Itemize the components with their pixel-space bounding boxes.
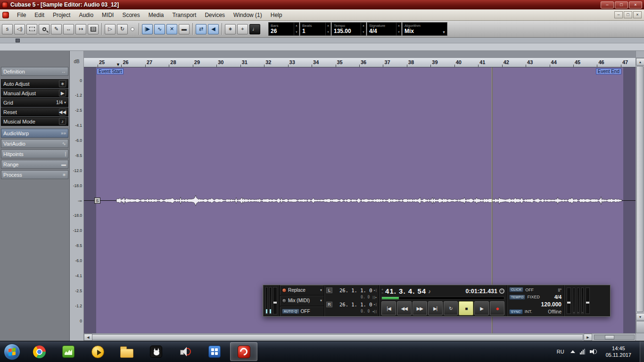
signature-field[interactable]: Signature4/4▲▼: [367, 22, 402, 36]
postroll-row[interactable]: 0. 0 ◂||: [326, 308, 377, 314]
cubase-menu-icon[interactable]: [2, 12, 9, 18]
scroll-left-button[interactable]: ◀: [84, 334, 92, 341]
sidebar-item-grid[interactable]: Grid1/4▾: [1, 98, 68, 107]
spinner-down-icon[interactable]: ▼: [294, 29, 299, 36]
sync-mode-value[interactable]: INT.: [525, 309, 532, 314]
crosshair-button[interactable]: +: [237, 24, 248, 34]
right-locator-row[interactable]: R 26. 1. 1. 0 ▸|: [326, 300, 377, 308]
sidebar-item-auto-adjust[interactable]: Auto Adjust∗: [1, 79, 68, 88]
sync-row[interactable]: SYNC INT. Offline: [509, 308, 561, 316]
tray-volume-icon[interactable]: [590, 348, 597, 355]
autoscroll-button[interactable]: |▶: [142, 24, 153, 34]
tempo-mode-value[interactable]: FIXED: [527, 295, 540, 299]
taskbar-chrome[interactable]: [25, 342, 53, 361]
menu-item-edit[interactable]: Edit: [30, 10, 49, 20]
stop-button[interactable]: ■: [459, 301, 473, 315]
punch-in-icon[interactable]: ▸|: [374, 288, 377, 292]
vertical-scrollbar[interactable]: ▲ ▼: [636, 51, 644, 341]
spinner-down-icon[interactable]: ▼: [326, 29, 330, 36]
mdi-minimize-button[interactable]: –: [614, 11, 623, 18]
tempo-field-spinner[interactable]: ▲▼: [361, 23, 366, 35]
auto-quantize-row[interactable]: AUTO Q OFF: [280, 306, 324, 316]
bars-field-spinner[interactable]: ▲▼: [294, 23, 299, 35]
tempo-field[interactable]: Tempo135.00▲▼: [331, 22, 366, 36]
menu-item-transport[interactable]: Transport: [168, 10, 200, 20]
sidebar-item-hitpoints[interactable]: Hitpoints|: [1, 149, 68, 158]
event-end-label[interactable]: Event End: [596, 68, 621, 74]
grid-overlay-button[interactable]: [88, 24, 99, 34]
zoom-tool[interactable]: [39, 24, 50, 34]
nudge-minus-icon[interactable]: −: [381, 291, 383, 295]
network-icon[interactable]: [580, 349, 585, 354]
menu-item-devices[interactable]: Devices: [200, 10, 229, 20]
horizontal-zoom-thumb[interactable]: [605, 335, 614, 339]
position-progress-bar[interactable]: [381, 296, 504, 300]
horizontal-scrollbar[interactable]: ◀ ▶: [84, 333, 636, 341]
bars-field[interactable]: Bars26▲▼: [268, 22, 299, 36]
spinner-down-icon[interactable]: ▼: [396, 29, 401, 36]
timewarp-tool[interactable]: ↦: [75, 24, 86, 34]
vertical-scroll-thumb[interactable]: [636, 66, 644, 312]
click-pattern-icon[interactable]: ||*: [558, 288, 561, 292]
spinner-up-icon[interactable]: ▲: [326, 23, 330, 29]
time-display[interactable]: 0:01:21.431: [466, 288, 497, 295]
sidebar-item-definition[interactable]: Definition↔: [1, 67, 68, 76]
sidebar-item-variaudio[interactable]: VariAudio∿: [1, 139, 68, 148]
draw-tool[interactable]: ✎: [51, 24, 62, 34]
output-fader[interactable]: [567, 288, 571, 314]
output-fader[interactable]: [586, 288, 590, 314]
insert-mode-button[interactable]: ⇄: [196, 24, 206, 34]
song-position-display[interactable]: 41. 3. 4. 54: [385, 287, 426, 295]
beats-field[interactable]: Beats1▲▼: [300, 22, 331, 36]
record-mode-selector[interactable]: Replace ▾: [280, 285, 324, 296]
nudge-left-button[interactable]: ◀: [208, 24, 219, 34]
goto-start-button[interactable]: |◀: [381, 301, 396, 315]
menu-item-midi[interactable]: MIDI: [98, 10, 118, 20]
menu-item-audio[interactable]: Audio: [74, 10, 98, 20]
right-locator-value[interactable]: 26. 1. 1. 0: [334, 302, 372, 307]
range-selection-tool[interactable]: [26, 24, 37, 34]
horizontal-zoom-slider[interactable]: [594, 335, 635, 340]
show-regions-button[interactable]: ▬: [179, 24, 190, 34]
app-icon[interactable]: [2, 2, 8, 8]
mdi-restore-button[interactable]: □: [624, 11, 632, 18]
signature-field-spinner[interactable]: ▲▼: [396, 23, 401, 35]
event-start-label[interactable]: Event Start: [97, 68, 124, 74]
taskbar-winamp[interactable]: [142, 342, 170, 361]
beats-field-spinner[interactable]: ▲▼: [325, 23, 330, 35]
cycle-button[interactable]: ↻: [444, 301, 458, 315]
overview-range-marker[interactable]: [16, 39, 20, 42]
midi-record-mode-selector[interactable]: Mix (MIDI) ▾: [280, 296, 324, 306]
project-overview-strip[interactable]: [0, 38, 644, 51]
sidebar-item-process[interactable]: Process∗: [1, 170, 68, 179]
taskbar-clock[interactable]: 14:45 05.11.2017: [602, 345, 635, 358]
rewind-button[interactable]: ◀◀: [397, 301, 412, 315]
sidebar-item-value[interactable]: 1/4: [56, 100, 63, 105]
goto-end-button[interactable]: ▶|: [428, 301, 443, 315]
algorithm-field[interactable]: AlgorithmMix▾: [402, 22, 447, 36]
spinner-up-icon[interactable]: ▲: [361, 23, 366, 29]
mdi-close-button[interactable]: ×: [633, 11, 642, 18]
menu-item-file[interactable]: File: [13, 10, 30, 20]
record-button[interactable]: ●: [490, 301, 504, 315]
taskbar-green-app[interactable]: [55, 342, 82, 361]
scroll-up-button[interactable]: ▲: [636, 58, 644, 66]
scroll-right-button[interactable]: ▶: [584, 334, 592, 341]
snap-zero-crossing-button[interactable]: ∿: [154, 24, 165, 34]
click-value[interactable]: OFF: [525, 288, 534, 292]
taskbar-cubase[interactable]: [230, 342, 257, 361]
sidebar-item-reset[interactable]: Reset◀◀: [1, 107, 68, 116]
play-button[interactable]: ▶: [474, 301, 489, 315]
sidebar-item-manual-adjust[interactable]: Manual Adjust▶: [1, 89, 68, 98]
click-row[interactable]: CLICK OFF ||*: [509, 286, 561, 294]
dropdown-caret-icon[interactable]: ▾: [441, 23, 447, 35]
sidebar-item-musical-mode[interactable]: Musical Mode♪: [1, 117, 68, 126]
taskbar-explorer[interactable]: [113, 342, 140, 361]
preroll-row[interactable]: 0. 0 ||▸: [326, 294, 377, 300]
menu-item-project[interactable]: Project: [49, 10, 74, 20]
tempo-value[interactable]: 120.000: [541, 301, 561, 308]
spinner-up-icon[interactable]: ▲: [396, 23, 401, 29]
position-nudge-buttons[interactable]: + −: [381, 288, 383, 295]
show-desktop-button[interactable]: [640, 341, 644, 362]
play-tool[interactable]: ▷: [105, 24, 116, 34]
